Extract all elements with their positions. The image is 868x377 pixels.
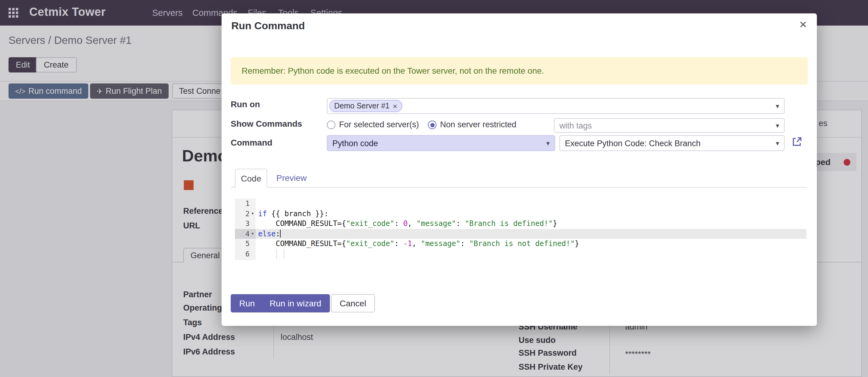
tabs-divider bbox=[231, 187, 807, 187]
run-on-label: Run on bbox=[231, 99, 260, 109]
command-value: Execute Python Code: Check Branch bbox=[560, 139, 701, 148]
screen: Cetmix Tower Servers Commands Files Tool… bbox=[0, 0, 868, 377]
show-commands-label: Show Commands bbox=[231, 119, 302, 128]
command-select[interactable]: Execute Python Code: Check Branch ▾ bbox=[559, 135, 785, 151]
chevron-down-icon[interactable]: ▾ bbox=[776, 102, 779, 110]
chevron-down-icon[interactable]: ▾ bbox=[546, 139, 550, 147]
with-tags-select[interactable]: with tags ▾ bbox=[554, 118, 785, 133]
cancel-button[interactable]: Cancel bbox=[331, 294, 375, 313]
run-command-modal: Run Command ✕ Remember: Python code is e… bbox=[222, 13, 817, 326]
tab-code[interactable]: Code bbox=[235, 169, 267, 187]
python-warning-alert: Remember: Python code is executed on the… bbox=[231, 57, 808, 85]
server-chip-label: Demo Server #1 bbox=[334, 102, 390, 110]
command-label: Command bbox=[231, 138, 272, 147]
with-tags-placeholder: with tags bbox=[555, 121, 592, 130]
radio-selected-servers[interactable] bbox=[327, 121, 335, 129]
editor-code[interactable]: if {{ branch }}: COMMAND_RESULT={"exit_c… bbox=[256, 199, 807, 260]
editor-gutter[interactable]: 12▾34▾56 bbox=[235, 199, 256, 260]
modal-title: Run Command bbox=[231, 20, 305, 32]
chevron-down-icon[interactable]: ▾ bbox=[776, 121, 779, 129]
radio-non-restricted-label[interactable]: Non server restricted bbox=[440, 120, 517, 129]
command-type-select[interactable]: Python code ▾ bbox=[327, 135, 555, 151]
close-icon[interactable]: ✕ bbox=[799, 19, 807, 30]
radio-non-restricted[interactable] bbox=[428, 121, 436, 129]
server-chip[interactable]: Demo Server #1 ✕ bbox=[329, 100, 402, 112]
run-in-wizard-button[interactable]: Run in wizard bbox=[261, 294, 330, 313]
chip-remove-icon[interactable]: ✕ bbox=[393, 103, 398, 109]
run-button[interactable]: Run bbox=[231, 294, 263, 313]
run-on-select[interactable]: Demo Server #1 ✕ ▾ bbox=[327, 98, 785, 114]
external-link-icon[interactable] bbox=[791, 137, 802, 147]
tab-preview[interactable]: Preview bbox=[276, 173, 307, 183]
radio-selected-servers-label[interactable]: For selected server(s) bbox=[339, 120, 419, 129]
chevron-down-icon[interactable]: ▾ bbox=[776, 139, 779, 147]
command-type-value: Python code bbox=[328, 139, 378, 148]
code-editor[interactable]: 12▾34▾56 if {{ branch }}: COMMAND_RESULT… bbox=[235, 199, 807, 260]
